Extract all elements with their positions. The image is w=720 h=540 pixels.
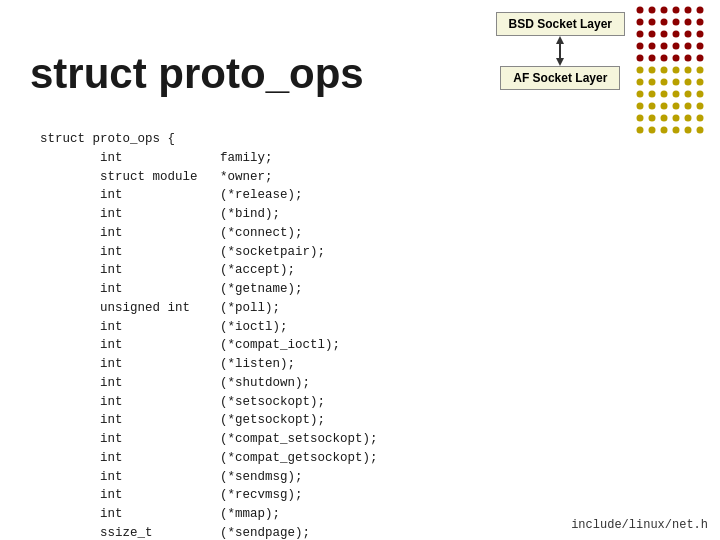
svg-point-65 [697,127,704,134]
svg-point-36 [637,79,644,86]
svg-point-12 [637,31,644,38]
code-line: int (*compat_getsockopt); [40,449,378,468]
code-line: int (*bind); [40,205,378,224]
code-line: int (*accept); [40,261,378,280]
svg-point-8 [661,19,668,26]
svg-point-28 [685,55,692,62]
svg-point-22 [685,43,692,50]
svg-point-61 [649,127,656,134]
svg-point-50 [661,103,668,110]
svg-point-49 [649,103,656,110]
svg-point-60 [637,127,644,134]
svg-point-19 [649,43,656,50]
layer-diagram: BSD Socket Layer AF Socket Layer [496,12,625,90]
svg-point-27 [673,55,680,62]
svg-point-37 [649,79,656,86]
svg-point-4 [685,7,692,14]
bsd-layer-label: BSD Socket Layer [509,17,612,31]
code-line: int (*compat_ioctl); [40,336,378,355]
code-line: int family; [40,149,378,168]
svg-point-51 [673,103,680,110]
layer-arrow-svg [550,36,570,66]
code-line: int (*mmap); [40,505,378,524]
svg-point-39 [673,79,680,86]
include-path: include/linux/net.h [571,518,708,532]
svg-point-62 [661,127,668,134]
svg-point-21 [673,43,680,50]
code-line: int (*ioctl); [40,318,378,337]
svg-point-18 [637,43,644,50]
svg-point-55 [649,115,656,122]
svg-point-48 [637,103,644,110]
svg-point-38 [661,79,668,86]
svg-point-16 [685,31,692,38]
svg-point-40 [685,79,692,86]
code-line: int (*sendmsg); [40,468,378,487]
svg-point-26 [661,55,668,62]
svg-point-41 [697,79,704,86]
svg-point-0 [637,7,644,14]
svg-point-24 [637,55,644,62]
code-line: int (*socketpair); [40,243,378,262]
code-line: int (*getsockopt); [40,411,378,430]
svg-point-23 [697,43,704,50]
svg-point-6 [637,19,644,26]
svg-point-53 [697,103,704,110]
page: BSD Socket Layer AF Socket Layer struct … [0,0,720,540]
code-line: struct module *owner; [40,168,378,187]
svg-point-35 [697,67,704,74]
svg-point-45 [673,91,680,98]
svg-point-47 [697,91,704,98]
svg-point-44 [661,91,668,98]
svg-point-13 [649,31,656,38]
svg-point-10 [685,19,692,26]
svg-point-17 [697,31,704,38]
svg-point-31 [649,67,656,74]
code-line: int (*recvmsg); [40,486,378,505]
svg-point-58 [685,115,692,122]
svg-point-52 [685,103,692,110]
af-layer-box: AF Socket Layer [500,66,620,90]
dot-decoration [630,0,720,149]
svg-point-33 [673,67,680,74]
svg-point-34 [685,67,692,74]
svg-point-29 [697,55,704,62]
svg-point-43 [649,91,656,98]
code-line: int (*connect); [40,224,378,243]
code-line: unsigned int (*poll); [40,299,378,318]
svg-point-5 [697,7,704,14]
svg-point-20 [661,43,668,50]
svg-point-46 [685,91,692,98]
svg-point-11 [697,19,704,26]
svg-point-14 [661,31,668,38]
svg-point-32 [661,67,668,74]
svg-point-30 [637,67,644,74]
svg-point-2 [661,7,668,14]
svg-point-42 [637,91,644,98]
svg-point-9 [673,19,680,26]
main-heading: struct proto_ops [30,50,364,98]
svg-point-1 [649,7,656,14]
svg-point-3 [673,7,680,14]
code-line: struct proto_ops { [40,130,378,149]
bsd-layer-box: BSD Socket Layer [496,12,625,36]
code-line: int (*getname); [40,280,378,299]
svg-point-57 [673,115,680,122]
svg-point-59 [697,115,704,122]
af-layer-label: AF Socket Layer [513,71,607,85]
code-line: ssize_t (*sendpage); [40,524,378,540]
code-line: int (*release); [40,186,378,205]
svg-marker-67 [556,36,564,44]
code-line: int (*setsockopt); [40,393,378,412]
svg-point-54 [637,115,644,122]
code-line: int (*compat_setsockopt); [40,430,378,449]
svg-point-15 [673,31,680,38]
code-line: int (*listen); [40,355,378,374]
svg-point-7 [649,19,656,26]
code-block: struct proto_ops { int family; struct mo… [40,130,378,540]
svg-point-63 [673,127,680,134]
svg-point-25 [649,55,656,62]
svg-point-64 [685,127,692,134]
svg-point-56 [661,115,668,122]
code-line: int (*shutdown); [40,374,378,393]
